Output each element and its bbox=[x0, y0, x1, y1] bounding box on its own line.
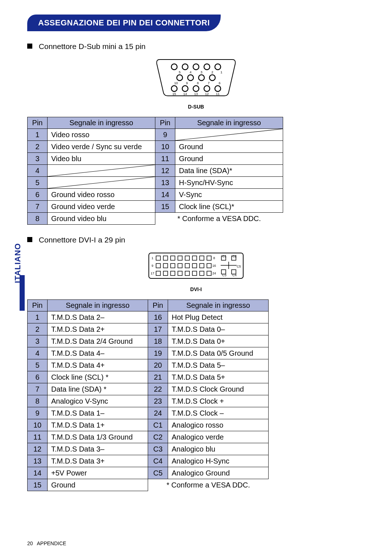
svg-rect-45 bbox=[185, 264, 189, 268]
signal-cell: T.M.D.S Clock + bbox=[168, 395, 269, 407]
signal-cell: Data line (SDA) * bbox=[48, 383, 148, 395]
signal-cell: Analogico H-Sync bbox=[168, 455, 269, 467]
svg-text:9: 9 bbox=[186, 81, 188, 85]
pin-cell: 13 bbox=[28, 455, 48, 467]
table-row: 2Video verde / Sync su verde10Ground bbox=[28, 141, 283, 153]
svg-point-5 bbox=[177, 75, 183, 81]
pin-cell: 13 bbox=[155, 177, 175, 189]
signal-cell bbox=[175, 129, 283, 141]
pin-cell: 5 bbox=[28, 359, 48, 371]
svg-rect-44 bbox=[178, 264, 182, 268]
table-row: 14+5V PowerC5Analogico Ground bbox=[28, 467, 269, 479]
pin-cell: 5 bbox=[28, 177, 48, 189]
svg-rect-47 bbox=[200, 264, 204, 268]
table-header-row: Pin Segnale in ingresso Pin Segnale in i… bbox=[28, 300, 269, 311]
pin-cell: C1 bbox=[148, 419, 168, 431]
footer-section: APPENDICE bbox=[37, 540, 66, 546]
signal-cell: Analogico Ground bbox=[168, 467, 269, 479]
pin-cell: C3 bbox=[148, 443, 168, 455]
pin-cell: 7 bbox=[28, 201, 48, 213]
dvi-connector-icon: 18 916 1724 C1C2 C3C4 C5 bbox=[142, 249, 250, 282]
page: ASSEGNAZIONE DEI PIN DEI CONNETTORI Conn… bbox=[0, 0, 392, 555]
signal-cell: V-Sync bbox=[175, 189, 283, 201]
svg-text:24: 24 bbox=[212, 272, 216, 275]
pin-cell: 3 bbox=[28, 153, 48, 165]
pin-cell: 7 bbox=[28, 383, 48, 395]
pin-cell: 8 bbox=[28, 213, 48, 225]
pin-cell: 2 bbox=[28, 141, 48, 153]
svg-point-7 bbox=[199, 75, 204, 81]
svg-text:8: 8 bbox=[197, 81, 199, 85]
signal-cell: T.M.D.S Clock Ground bbox=[168, 383, 269, 395]
signal-cell bbox=[48, 165, 155, 177]
signal-cell: Hot Plug Detect bbox=[168, 311, 269, 323]
table-row: 2T.M.D.S Data 2+17T.M.D.S Data 0– bbox=[28, 323, 269, 335]
dsub-caption: D-SUB bbox=[27, 104, 365, 110]
svg-rect-43 bbox=[171, 264, 175, 268]
svg-text:16: 16 bbox=[212, 264, 216, 268]
svg-rect-46 bbox=[192, 264, 197, 268]
svg-text:10: 10 bbox=[174, 81, 178, 85]
svg-text:11: 11 bbox=[216, 92, 220, 96]
table-row: 8Analogico V-Sync23T.M.D.S Clock + bbox=[28, 395, 269, 407]
svg-text:9: 9 bbox=[151, 264, 153, 268]
table-row: 1Video rosso9 bbox=[28, 129, 283, 141]
svg-point-12 bbox=[204, 86, 210, 91]
pin-cell: 21 bbox=[148, 371, 168, 383]
svg-text:C5: C5 bbox=[237, 265, 241, 268]
pin-cell: 24 bbox=[148, 407, 168, 419]
pin-cell: 16 bbox=[148, 311, 168, 323]
svg-point-3 bbox=[204, 64, 210, 70]
svg-rect-42 bbox=[163, 264, 168, 268]
table-row: 513H-Sync/HV-Sync bbox=[28, 177, 283, 189]
pin-cell: 23 bbox=[148, 395, 168, 407]
svg-point-13 bbox=[215, 86, 221, 91]
dsub-pin-table: Pin Segnale in ingresso Pin Segnale in i… bbox=[27, 117, 283, 225]
signal-cell: Ground bbox=[48, 479, 148, 491]
svg-point-0 bbox=[171, 64, 177, 70]
signal-cell: Analogico blu bbox=[168, 443, 269, 455]
svg-rect-48 bbox=[207, 264, 211, 268]
table-row: 3Video blu11Ground bbox=[28, 153, 283, 165]
dvi-diagram: 18 916 1724 C1C2 C3C4 C5 DVI-I bbox=[27, 249, 365, 292]
table-row: 6Ground video rosso14V-Sync bbox=[28, 189, 283, 201]
table-row: 3T.M.D.S Data 2/4 Ground18T.M.D.S Data 0… bbox=[28, 335, 269, 347]
signal-cell: H-Sync/HV-Sync bbox=[175, 177, 283, 189]
pin-cell: 18 bbox=[148, 335, 168, 347]
signal-cell: Data line (SDA)* bbox=[175, 165, 283, 177]
signal-cell: Ground video blu bbox=[48, 213, 155, 225]
table-row: 5T.M.D.S Data 4+20T.M.D.S Data 5– bbox=[28, 359, 269, 371]
svg-text:12: 12 bbox=[205, 92, 209, 96]
svg-point-9 bbox=[171, 86, 177, 91]
pin-cell: 9 bbox=[155, 129, 175, 141]
col-pin: Pin bbox=[148, 300, 168, 311]
signal-cell: Clock line (SCL) * bbox=[48, 371, 148, 383]
signal-cell: T.M.D.S Data 2/4 Ground bbox=[48, 335, 148, 347]
signal-cell: T.M.D.S Data 4+ bbox=[48, 359, 148, 371]
signal-cell: Analogico verde bbox=[168, 431, 269, 443]
signal-cell bbox=[48, 177, 155, 189]
pin-cell: 9 bbox=[28, 407, 48, 419]
col-pin: Pin bbox=[28, 300, 48, 311]
dvi-heading: Connettore DVI-I a 29 pin bbox=[27, 236, 365, 244]
svg-rect-39 bbox=[200, 256, 204, 260]
signal-cell: T.M.D.S Data 5– bbox=[168, 359, 269, 371]
dsub-heading-text: Connettore D-Sub mini a 15 pin bbox=[39, 42, 146, 50]
svg-text:1: 1 bbox=[151, 256, 153, 260]
pin-cell: 10 bbox=[28, 419, 48, 431]
signal-cell: T.M.D.S Data 5+ bbox=[168, 371, 269, 383]
page-title: ASSEGNAZIONE DEI PIN DEI CONNETTORI bbox=[27, 15, 221, 31]
signal-cell: Ground video rosso bbox=[48, 189, 155, 201]
pin-cell: C2 bbox=[148, 431, 168, 443]
table-row: 6Clock line (SCL) *21T.M.D.S Data 5+ bbox=[28, 371, 269, 383]
signal-cell: Analogico rosso bbox=[168, 419, 269, 431]
table-row: 12T.M.D.S Data 3–C3Analogico blu bbox=[28, 443, 269, 455]
col-pin: Pin bbox=[28, 117, 48, 129]
signal-cell: Ground video verde bbox=[48, 201, 155, 213]
pin-cell: C5 bbox=[148, 467, 168, 479]
pin-cell: 14 bbox=[155, 189, 175, 201]
signal-cell: Video verde / Sync su verde bbox=[48, 141, 155, 153]
svg-text:4: 4 bbox=[189, 70, 191, 74]
signal-cell: T.M.D.S Data 2– bbox=[48, 311, 148, 323]
pin-cell: 22 bbox=[148, 383, 168, 395]
